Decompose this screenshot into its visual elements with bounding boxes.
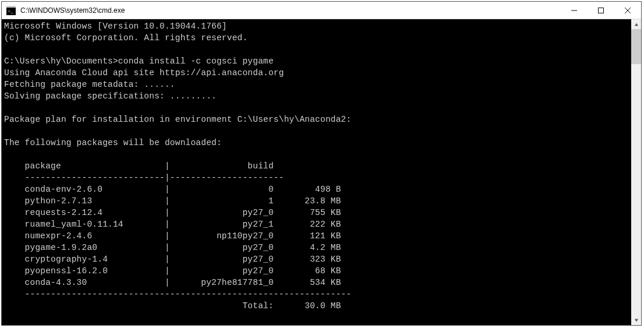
minimize-button[interactable]	[561, 2, 588, 19]
cmd-window: >_ C:\WINDOWS\system32\cmd.exe Microsoft…	[1, 1, 642, 326]
svg-text:>_: >_	[8, 8, 13, 14]
svg-rect-3	[599, 8, 604, 13]
titlebar[interactable]: >_ C:\WINDOWS\system32\cmd.exe	[2, 2, 641, 19]
vertical-scrollbar[interactable]	[631, 19, 641, 325]
window-title: C:\WINDOWS\system32\cmd.exe	[20, 6, 561, 15]
scroll-thumb[interactable]	[631, 29, 641, 64]
scroll-down-arrow[interactable]	[631, 315, 641, 325]
cmd-icon: >_	[6, 6, 16, 15]
close-button[interactable]	[614, 2, 641, 19]
client-area: Microsoft Windows [Version 10.0.19044.17…	[2, 19, 641, 325]
svg-rect-1	[6, 6, 16, 8]
maximize-button[interactable]	[588, 2, 614, 19]
scroll-up-arrow[interactable]	[631, 19, 641, 29]
console-output[interactable]: Microsoft Windows [Version 10.0.19044.17…	[2, 19, 631, 325]
